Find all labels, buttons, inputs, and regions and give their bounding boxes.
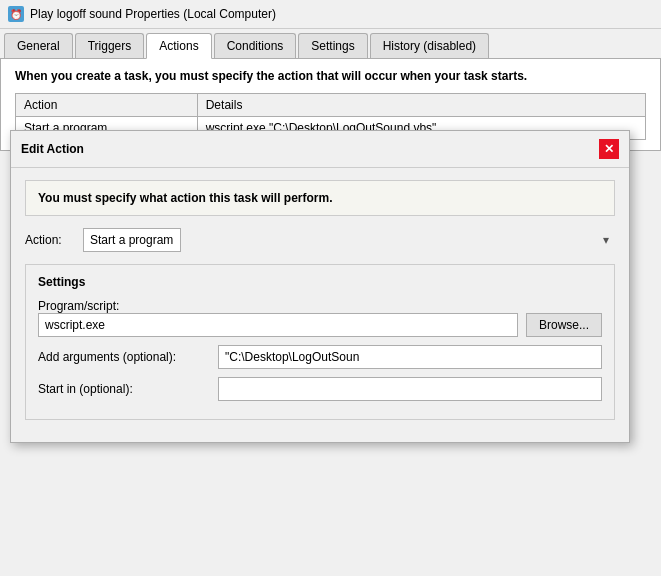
action-row: Action: Start a program <box>25 228 615 252</box>
dialog-close-button[interactable]: ✕ <box>599 139 619 159</box>
title-bar: ⏰ Play logoff sound Properties (Local Co… <box>0 0 661 29</box>
start-in-row: Start in (optional): <box>38 377 602 401</box>
dialog-title: Edit Action <box>21 142 84 156</box>
browse-button[interactable]: Browse... <box>526 313 602 337</box>
tab-bar: General Triggers Actions Conditions Sett… <box>0 29 661 59</box>
tab-conditions[interactable]: Conditions <box>214 33 297 58</box>
description-text: When you create a task, you must specify… <box>15 69 646 83</box>
dialog-info-box: You must specify what action this task w… <box>25 180 615 216</box>
col-header-action: Action <box>16 94 198 117</box>
add-args-input[interactable] <box>218 345 602 369</box>
settings-group-label: Settings <box>38 275 602 289</box>
program-script-label: Program/script: <box>38 299 602 313</box>
app-icon: ⏰ <box>8 6 24 22</box>
action-field-label: Action: <box>25 233 75 247</box>
dialog-body: You must specify what action this task w… <box>11 168 629 442</box>
action-select-wrapper: Start a program <box>83 228 615 252</box>
start-in-input[interactable] <box>218 377 602 401</box>
window-title: Play logoff sound Properties (Local Comp… <box>30 7 276 21</box>
tab-triggers[interactable]: Triggers <box>75 33 145 58</box>
tab-settings[interactable]: Settings <box>298 33 367 58</box>
program-field-row: Browse... <box>38 313 602 337</box>
tab-history[interactable]: History (disabled) <box>370 33 489 58</box>
add-args-row: Add arguments (optional): <box>38 345 602 369</box>
dialog-info-text: You must specify what action this task w… <box>38 191 333 205</box>
edit-action-dialog: Edit Action ✕ You must specify what acti… <box>10 130 630 443</box>
settings-group: Settings Program/script: Browse... Add a… <box>25 264 615 420</box>
action-select[interactable]: Start a program <box>83 228 181 252</box>
add-args-label: Add arguments (optional): <box>38 350 218 364</box>
tab-actions[interactable]: Actions <box>146 33 211 59</box>
tab-general[interactable]: General <box>4 33 73 58</box>
program-script-input[interactable] <box>38 313 518 337</box>
start-in-label: Start in (optional): <box>38 382 218 396</box>
col-header-details: Details <box>197 94 645 117</box>
dialog-titlebar: Edit Action ✕ <box>11 131 629 168</box>
